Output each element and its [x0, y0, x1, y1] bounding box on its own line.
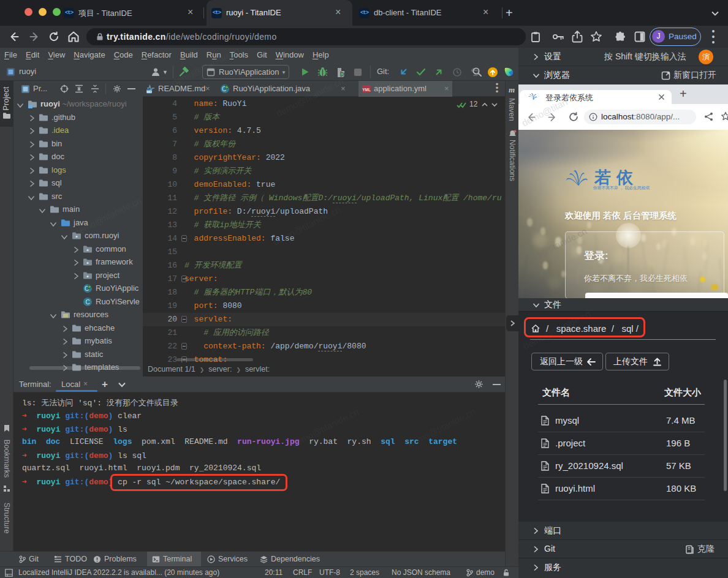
svg-text:YML: YML [362, 88, 371, 92]
svg-text:C: C [85, 298, 89, 305]
svg-text:MD: MD [146, 90, 152, 94]
